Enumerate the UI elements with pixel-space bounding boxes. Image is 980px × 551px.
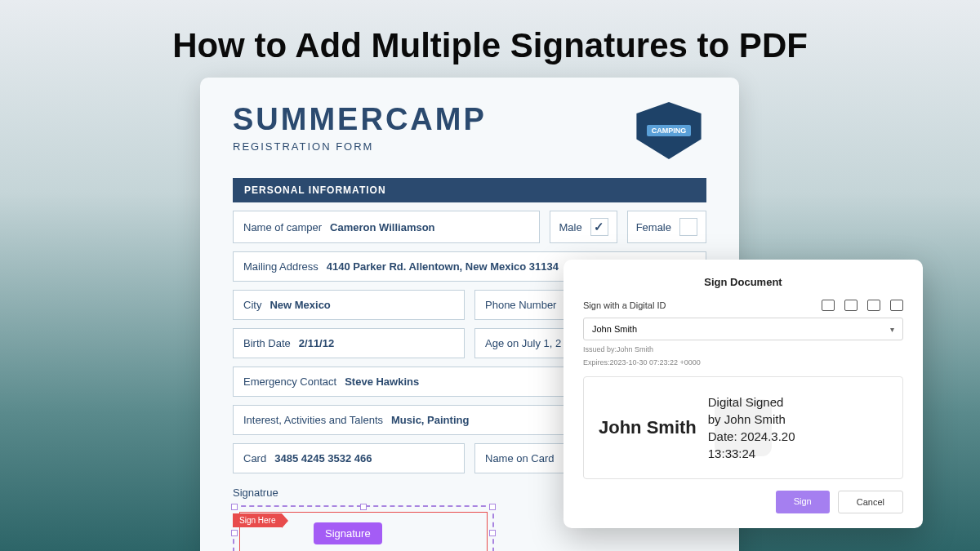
phone-label: Phone Number: [485, 299, 556, 311]
sign-here-tag: Sign Here: [233, 513, 282, 527]
issued-by: Issued by:John Smith: [583, 345, 903, 353]
dialog-tools: [822, 300, 903, 311]
name-label: Name of camper: [243, 221, 322, 233]
preview-line: 13:33:24: [708, 445, 795, 462]
resize-handle[interactable]: [231, 504, 238, 510]
sign-button[interactable]: Sign: [776, 491, 830, 513]
sign-document-dialog: Sign Document Sign with a Digital ID Joh…: [564, 260, 923, 528]
digital-id-select[interactable]: John Smith: [583, 318, 903, 340]
emergency-label: Emergency Contact: [243, 375, 336, 388]
male-checkbox[interactable]: ✓: [590, 218, 608, 236]
preview-line: Digital Signed: [708, 393, 795, 411]
city-value: New Mexico: [270, 299, 330, 311]
tool-icon[interactable]: [890, 300, 903, 311]
interest-value: Music, Painting: [391, 414, 469, 426]
dialog-subtitle: Sign with a Digital ID: [583, 300, 666, 310]
refresh-icon[interactable]: [867, 300, 880, 311]
signature-pill[interactable]: Signature: [314, 522, 382, 544]
card-value: 3485 4245 3532 466: [274, 452, 372, 464]
cancel-button[interactable]: Cancel: [838, 491, 903, 513]
page-title: How to Add Multiple Signatures to PDF: [0, 26, 980, 65]
birth-value: 2/11/12: [299, 337, 334, 349]
expires: Expires:2023-10-30 07:23:22 +0000: [583, 358, 903, 367]
male-option[interactable]: Male ✓: [550, 211, 617, 243]
interest-label: Interest, Activities and Talents: [243, 414, 383, 426]
birth-field[interactable]: Birth Date 2/11/12: [233, 328, 465, 358]
resize-handle[interactable]: [489, 530, 496, 536]
name-field[interactable]: Name of camper Cameron Williamson: [233, 211, 540, 243]
resize-handle[interactable]: [489, 504, 496, 510]
selected-id: John Smith: [592, 324, 637, 334]
name-on-card-label: Name on Card: [485, 452, 555, 464]
tool-icon[interactable]: [822, 300, 835, 311]
camping-logo: CAMPING: [633, 102, 706, 163]
signature-preview: John Smith Digital Signed by John Smith …: [583, 376, 903, 479]
brand-title: SUMMERCAMP: [233, 102, 487, 137]
female-option[interactable]: Female: [627, 211, 706, 243]
preview-line: Date: 2024.3.20: [708, 428, 795, 445]
mailing-value: 4140 Parker Rd. Allentown, New Mexico 31…: [327, 260, 559, 273]
name-value: Cameron Williamson: [330, 221, 434, 233]
mailing-label: Mailing Address: [243, 260, 318, 273]
female-label: Female: [636, 221, 671, 233]
section-header: PERSONAL INFORMATION: [233, 178, 706, 202]
female-checkbox[interactable]: [679, 218, 697, 236]
preview-name: John Smith: [599, 417, 697, 438]
birth-label: Birth Date: [243, 337, 291, 349]
card-label: Card: [243, 452, 266, 464]
logo-badge: CAMPING: [647, 125, 692, 136]
form-subtitle: REGISTRATION FORM: [233, 140, 487, 153]
age-label: Age on July 1, 2: [485, 337, 561, 349]
preview-info: Digital Signed by John Smith Date: 2024.…: [708, 393, 795, 462]
city-field[interactable]: City New Mexico: [233, 290, 465, 320]
resize-handle[interactable]: [360, 504, 367, 510]
tool-icon[interactable]: [844, 300, 858, 311]
signature-container[interactable]: Sign Here Signature: [233, 505, 494, 551]
preview-line: by John Smith: [708, 411, 795, 428]
resize-handle[interactable]: [231, 530, 238, 536]
emergency-value: Steve Hawkins: [345, 375, 419, 388]
card-field[interactable]: Card 3485 4245 3532 466: [233, 443, 465, 473]
dialog-title: Sign Document: [583, 276, 903, 288]
city-label: City: [243, 299, 261, 311]
male-label: Male: [559, 221, 581, 233]
